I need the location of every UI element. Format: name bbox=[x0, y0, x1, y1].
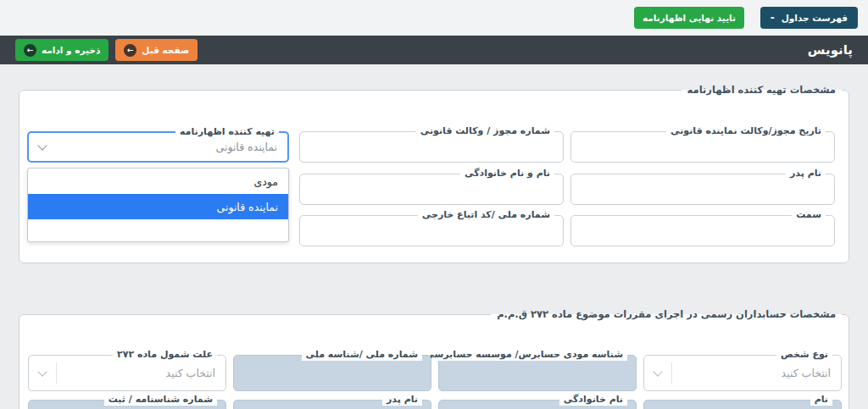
tables-list-button[interactable]: فهرست جداول - bbox=[760, 7, 858, 29]
top-strip: فهرست جداول - تایید نهایی اظهارنامه bbox=[0, 0, 868, 36]
preparer-type-select[interactable]: تهیه کننده اظهارنامه نماینده قانونی bbox=[27, 131, 289, 163]
screen: فهرست جداول - تایید نهایی اظهارنامه پانو… bbox=[0, 0, 868, 409]
tables-list-label: فهرست جداول bbox=[782, 13, 848, 23]
article-272-reason-select[interactable]: علت شمول ماده ۲۷۲ انتخاب کنید bbox=[28, 355, 226, 391]
prev-page-label: صفحه قبل bbox=[142, 45, 189, 55]
arrow-right-circle-icon: ← bbox=[124, 44, 136, 57]
select-divider bbox=[56, 362, 57, 384]
accountants-section: مشخصات حسابداران رسمی در اجرای مقررات مو… bbox=[19, 308, 849, 409]
license-number-input[interactable]: شماره مجوز / وکالت قانونی bbox=[299, 131, 564, 163]
caret-icon: - bbox=[771, 12, 775, 24]
select-divider bbox=[671, 362, 672, 384]
full-name-input[interactable]: نام و نام خانوادگی bbox=[299, 174, 564, 205]
field-label: شناسه مودی حسابرس/ موسسه حسابرسی bbox=[420, 349, 627, 361]
first-name-input: نام bbox=[643, 400, 842, 409]
preparer-section: مشخصات تهیه کننده اظهارنامه تهیه کننده ا… bbox=[19, 84, 849, 263]
chevron-down-icon bbox=[37, 141, 47, 150]
field-label: نام و نام خانوادگی bbox=[460, 168, 554, 180]
national-code-input: شماره ملی /شناسه ملی bbox=[233, 355, 431, 391]
accountants-section-legend: مشخصات حسابداران رسمی در اجرای مقررات مو… bbox=[491, 308, 842, 320]
field-label: شماره شناسنامه / ثبت bbox=[104, 394, 217, 406]
field-label: سمت bbox=[792, 209, 826, 221]
final-confirm-label: تایید نهایی اظهارنامه bbox=[643, 13, 736, 23]
field-label: نام خانوادگی bbox=[559, 394, 627, 406]
field-label: شماره مجوز / وکالت قانونی bbox=[416, 125, 554, 137]
field-label: نام پدر bbox=[786, 168, 826, 180]
page-title: پانویس bbox=[808, 42, 853, 58]
dropdown-option-taxpayer[interactable]: مودی bbox=[28, 169, 288, 194]
prev-page-button[interactable]: صفحه قبل ← bbox=[115, 39, 198, 61]
accountant-father-name-input: نام پدر bbox=[233, 400, 431, 409]
dropdown-option-legal-representative[interactable]: نماینده قانونی bbox=[28, 194, 288, 219]
auditor-id-input: شناسه مودی حسابرس/ موسسه حسابرسی bbox=[438, 355, 637, 391]
header-bar: پانویس صفحه قبل ← ذخیره و ادامه ← bbox=[0, 36, 868, 64]
preparer-section-legend: مشخصات تهیه کننده اظهارنامه bbox=[682, 84, 842, 96]
field-label: شماره ملی /شناسه ملی bbox=[302, 349, 422, 361]
save-continue-button[interactable]: ذخیره و ادامه ← bbox=[15, 39, 108, 61]
last-name-input: نام خانوادگی bbox=[438, 400, 637, 409]
national-id-input[interactable]: شماره ملی /کد اتباع خارجی bbox=[299, 215, 564, 246]
article-272-reason-placeholder: انتخاب کنید bbox=[54, 356, 215, 390]
save-continue-label: ذخیره و ادامه bbox=[42, 45, 100, 55]
chevron-down-icon bbox=[653, 367, 662, 376]
chevron-down-icon bbox=[37, 367, 47, 376]
position-input[interactable]: سمت bbox=[570, 215, 835, 246]
field-label: نام bbox=[810, 394, 832, 406]
person-type-select[interactable]: نوع شخص انتخاب کنید bbox=[643, 355, 842, 391]
header-actions: صفحه قبل ← ذخیره و ادامه ← bbox=[15, 39, 198, 61]
license-date-input[interactable]: تاریخ مجوز/وکالت نماینده قانونی bbox=[570, 131, 835, 163]
preparer-type-value: نماینده قانونی bbox=[54, 133, 277, 161]
father-name-input[interactable]: نام پدر bbox=[570, 174, 835, 205]
person-type-placeholder: انتخاب کنید bbox=[670, 356, 831, 390]
birth-cert-number-input: شماره شناسنامه / ثبت bbox=[28, 400, 226, 409]
field-label: تاریخ مجوز/وکالت نماینده قانونی bbox=[666, 125, 826, 137]
field-label: شماره ملی /کد اتباع خارجی bbox=[418, 209, 554, 221]
field-label: نام پدر bbox=[382, 394, 422, 406]
final-confirm-button[interactable]: تایید نهایی اظهارنامه bbox=[634, 7, 744, 29]
preparer-type-dropdown: مودی نماینده قانونی bbox=[27, 168, 289, 242]
dropdown-option-empty[interactable] bbox=[28, 219, 288, 241]
arrow-left-circle-icon: ← bbox=[24, 44, 36, 57]
